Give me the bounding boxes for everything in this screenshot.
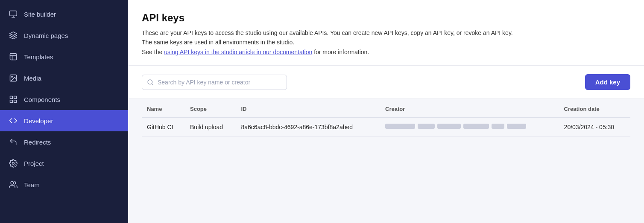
- sidebar-item-components[interactable]: Components: [0, 89, 128, 110]
- page-description: These are your API keys to access the st…: [142, 28, 630, 57]
- code-icon: [9, 116, 18, 125]
- table-header-row: Name Scope ID Creator Creation date: [142, 99, 630, 118]
- search-bar-row: Add key: [128, 66, 644, 99]
- add-key-button[interactable]: Add key: [585, 74, 630, 90]
- svg-rect-12: [14, 100, 17, 103]
- blur-block-5: [492, 124, 504, 129]
- sidebar-item-team[interactable]: Team: [0, 174, 128, 195]
- monitor-icon: [9, 9, 18, 19]
- documentation-link[interactable]: using API keys in the studio article in …: [164, 49, 312, 55]
- svg-marker-3: [10, 32, 17, 35]
- sidebar: Site builder Dynamic pages Templates Med…: [0, 0, 128, 223]
- cell-name: GitHub CI: [142, 118, 185, 137]
- sidebar-item-label: Media: [24, 75, 41, 82]
- col-creator: Creator: [380, 99, 559, 118]
- sidebar-item-label: Components: [24, 96, 60, 103]
- sidebar-item-label: Dynamic pages: [24, 32, 68, 39]
- arrow-left-icon: [9, 137, 18, 147]
- sidebar-item-label: Templates: [24, 53, 53, 61]
- blur-block-6: [507, 124, 526, 129]
- api-keys-table: Name Scope ID Creator Creation date GitH…: [142, 99, 630, 137]
- col-scope: Scope: [185, 99, 236, 118]
- layout-icon: [9, 52, 18, 61]
- sidebar-item-media[interactable]: Media: [0, 67, 128, 89]
- description-line2: The same keys are used in all environmen…: [142, 38, 630, 47]
- sidebar-item-label: Team: [24, 181, 40, 188]
- sidebar-item-redirects[interactable]: Redirects: [0, 131, 128, 153]
- search-input[interactable]: [142, 75, 287, 90]
- svg-rect-4: [10, 54, 17, 60]
- description-prefix: See the: [142, 49, 164, 55]
- settings-icon: [9, 159, 18, 168]
- table-row: GitHub CI Build upload 8a6c6ac8-bbdc-469…: [142, 118, 630, 137]
- cell-creator: [380, 118, 559, 137]
- svg-point-8: [12, 76, 12, 78]
- sidebar-item-site-builder[interactable]: Site builder: [0, 3, 128, 25]
- col-creation-date: Creation date: [559, 99, 630, 118]
- content-header: API keys These are your API keys to acce…: [128, 0, 644, 66]
- col-name: Name: [142, 99, 185, 118]
- layers-icon: [9, 31, 18, 40]
- blur-block-4: [463, 124, 489, 129]
- svg-line-16: [152, 84, 153, 85]
- svg-rect-11: [10, 100, 13, 103]
- blur-block-3: [437, 124, 461, 129]
- search-wrapper: [142, 75, 287, 90]
- svg-rect-9: [10, 96, 13, 99]
- cell-id: 8a6c6ac8-bbdc-4692-a86e-173bf8a2abed: [236, 118, 381, 137]
- sidebar-item-templates[interactable]: Templates: [0, 46, 128, 67]
- cell-creation-date: 20/03/2024 - 05:30: [559, 118, 630, 137]
- table-section: Name Scope ID Creator Creation date GitH…: [128, 99, 644, 223]
- search-icon: [147, 79, 154, 86]
- sidebar-item-label: Site builder: [24, 11, 56, 18]
- cell-scope: Build upload: [185, 118, 236, 137]
- col-id: ID: [236, 99, 381, 118]
- image-icon: [9, 73, 18, 83]
- svg-rect-0: [10, 11, 17, 16]
- grid-icon: [9, 95, 18, 104]
- sidebar-item-label: Project: [24, 160, 44, 167]
- description-line3: See the using API keys in the studio art…: [142, 47, 630, 57]
- sidebar-item-label: Redirects: [24, 139, 51, 146]
- blur-block-1: [385, 124, 415, 129]
- users-icon: [9, 180, 18, 189]
- main-content: API keys These are your API keys to acce…: [128, 0, 644, 223]
- svg-point-14: [11, 182, 14, 185]
- page-title: API keys: [142, 12, 630, 24]
- svg-point-15: [148, 80, 152, 84]
- description-suffix: for more information.: [312, 49, 369, 55]
- creator-blurred: [385, 124, 554, 129]
- sidebar-item-project[interactable]: Project: [0, 153, 128, 174]
- svg-rect-10: [14, 96, 17, 99]
- sidebar-item-label: Developer: [24, 117, 53, 125]
- sidebar-item-dynamic-pages[interactable]: Dynamic pages: [0, 25, 128, 46]
- description-line1: These are your API keys to access the st…: [142, 28, 630, 38]
- sidebar-item-developer[interactable]: Developer: [0, 110, 128, 131]
- svg-point-13: [12, 162, 15, 165]
- blur-block-2: [418, 124, 435, 129]
